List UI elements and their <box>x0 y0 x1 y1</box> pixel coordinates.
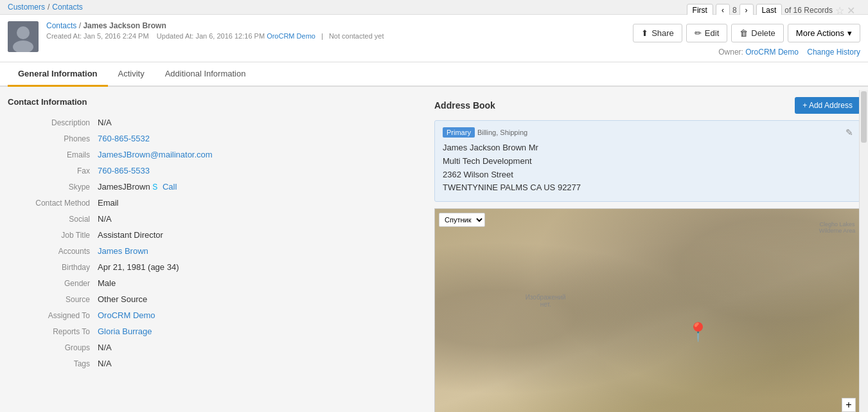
label-groups: Groups <box>8 343 98 352</box>
contact-info-title: Contact Information <box>8 97 419 107</box>
address-city-state: TWENTYNINE PALMS CA US 92277 <box>443 181 852 195</box>
fax-link[interactable]: 760-865-5533 <box>98 166 150 175</box>
tabs-bar: General Information Activity Additional … <box>0 62 868 87</box>
map-label-center: Изображенийнет. <box>520 294 571 308</box>
delete-button[interactable]: 🗑 Delete <box>731 24 784 42</box>
info-row-emails: Emails JamesJBrown@mailinator.com <box>8 147 419 163</box>
map-satellite-view: Изображенийнет. Clegho Lakes Wilderne Ar… <box>435 209 860 412</box>
value-emails: JamesJBrown@mailinator.com <box>98 150 213 159</box>
map-label-topright: Clegho Lakes Wilderne Area <box>818 221 856 234</box>
more-actions-button[interactable]: More Actions ▾ <box>788 24 860 42</box>
breadcrumb-contacts[interactable]: Contacts <box>52 3 82 12</box>
contact-information-panel: Contact Information Description N/A Phon… <box>8 97 419 412</box>
info-row-birthday: Birthday Apr 21, 1981 (age 34) <box>8 259 419 275</box>
info-row-phones: Phones 760-865-5532 <box>8 130 419 147</box>
page-scrollbar[interactable] <box>859 90 868 412</box>
label-contact-method: Contact Method <box>8 199 98 208</box>
label-job-title: Job Title <box>8 231 98 240</box>
add-address-button[interactable]: + Add Address <box>795 97 860 114</box>
info-row-gender: Gender Male <box>8 275 419 291</box>
label-accounts: Accounts <box>8 247 98 256</box>
label-skype: Skype <box>8 183 98 192</box>
address-tags: Primary Billing, Shipping <box>443 127 852 138</box>
breadcrumb-customers[interactable]: Customers <box>8 3 45 12</box>
tab-additional-information[interactable]: Additional Information <box>155 62 256 87</box>
tab-activity[interactable]: Activity <box>108 62 155 87</box>
info-row-contact-method: Contact Method Email <box>8 195 419 211</box>
address-card: Primary Billing, Shipping ✎ James Jackso… <box>434 120 860 202</box>
share-button[interactable]: ⬆ Share <box>633 24 682 42</box>
meta-separator: | <box>321 32 323 40</box>
not-contacted: Not contacted yet <box>329 32 384 40</box>
email-link[interactable]: JamesJBrown@mailinator.com <box>98 150 213 159</box>
owner-row: Owner: OroCRM Demo Change History <box>718 48 860 57</box>
value-phones: 760-865-5532 <box>98 134 150 143</box>
change-history-link[interactable]: Change History <box>807 48 860 57</box>
share-icon: ⬆ <box>641 28 648 38</box>
label-source: Source <box>8 295 98 304</box>
info-row-job-title: Job Title Assistant Director <box>8 227 419 243</box>
label-assigned-to: Assigned To <box>8 311 98 320</box>
value-source: Other Source <box>98 294 147 304</box>
record-meta: Created At: Jan 5, 2016 2:24 PM Updated … <box>46 32 625 40</box>
map-controls-top: Спутник <box>439 213 485 227</box>
address-company: Multi Tech Development <box>443 155 852 168</box>
tab-general-information[interactable]: General Information <box>8 62 108 87</box>
phone-link[interactable]: 760-865-5532 <box>98 134 150 143</box>
map-zoom-controls: + − <box>842 398 856 412</box>
account-link[interactable]: James Brown <box>98 246 148 256</box>
map-type-select[interactable]: Спутник <box>439 213 485 227</box>
address-book-header: Address Book + Add Address <box>434 97 860 114</box>
edit-icon: ✏ <box>695 28 702 38</box>
edit-button[interactable]: ✏ Edit <box>686 24 727 42</box>
svg-point-1 <box>17 26 30 39</box>
address-name: James Jackson Brown Mr <box>443 141 852 155</box>
value-birthday: Apr 21, 1981 (age 34) <box>98 262 179 272</box>
label-social: Social <box>8 215 98 224</box>
value-skype: JamesJBrown S Call <box>98 182 177 192</box>
map-container: Изображенийнет. Clegho Lakes Wilderne Ar… <box>434 208 860 412</box>
assigned-to-link[interactable]: OroCRM Demo <box>98 310 155 320</box>
address-edit-icon[interactable]: ✎ <box>846 127 853 138</box>
updated-label: Updated At: <box>157 32 194 40</box>
contact-info-table: Description N/A Phones 760-865-5532 Emai… <box>8 114 419 372</box>
avatar <box>8 21 39 52</box>
value-groups: N/A <box>98 343 112 352</box>
tag-primary: Primary <box>443 127 475 138</box>
label-tags: Tags <box>8 359 98 368</box>
created-date: Jan 5, 2016 2:24 PM <box>84 32 149 40</box>
info-row-accounts: Accounts James Brown <box>8 243 419 259</box>
map-terrain <box>435 209 860 412</box>
info-row-assigned-to: Assigned To OroCRM Demo <box>8 307 419 323</box>
record-header: Contacts / James Jackson Brown Created A… <box>0 15 868 62</box>
record-title-area: Contacts / James Jackson Brown Created A… <box>46 21 625 42</box>
owner-link[interactable]: OroCRM Demo <box>745 48 799 57</box>
value-social: N/A <box>98 214 112 224</box>
value-assigned-to: OroCRM Demo <box>98 310 155 320</box>
pagination-total: of 16 Records <box>784 6 833 15</box>
address-book-panel: Address Book + Add Address Primary Billi… <box>419 97 860 412</box>
info-row-source: Source Other Source <box>8 291 419 307</box>
value-job-title: Assistant Director <box>98 230 163 240</box>
scrollbar-thumb[interactable] <box>861 91 867 143</box>
record-path-contacts[interactable]: Contacts <box>46 21 76 30</box>
header-actions: ⬆ Share ✏ Edit 🗑 Delete More Actions ▾ <box>633 24 860 42</box>
value-description: N/A <box>98 118 112 127</box>
tag-billing-shipping: Billing, Shipping <box>477 129 527 136</box>
map-zoom-in-button[interactable]: + <box>842 398 856 412</box>
reports-to-link[interactable]: Gloria Burrage <box>98 327 152 336</box>
label-emails: Emails <box>8 150 98 159</box>
address-street: 2362 Wilson Street <box>443 168 852 182</box>
value-tags: N/A <box>98 359 112 368</box>
info-row-tags: Tags N/A <box>8 355 419 372</box>
label-reports-to: Reports To <box>8 327 98 336</box>
info-row-skype: Skype JamesJBrown S Call <box>8 179 419 195</box>
skype-call-link[interactable]: Call <box>163 182 177 192</box>
updated-by-link[interactable]: OroCRM Demo <box>267 32 315 40</box>
info-row-groups: Groups N/A <box>8 339 419 355</box>
updated-date: Jan 6, 2016 12:16 PM <box>195 32 265 40</box>
pagination-current: 8 <box>732 6 737 15</box>
breadcrumb-separator: / <box>48 3 49 12</box>
info-row-reports-to: Reports To Gloria Burrage <box>8 323 419 339</box>
value-reports-to: Gloria Burrage <box>98 327 152 336</box>
